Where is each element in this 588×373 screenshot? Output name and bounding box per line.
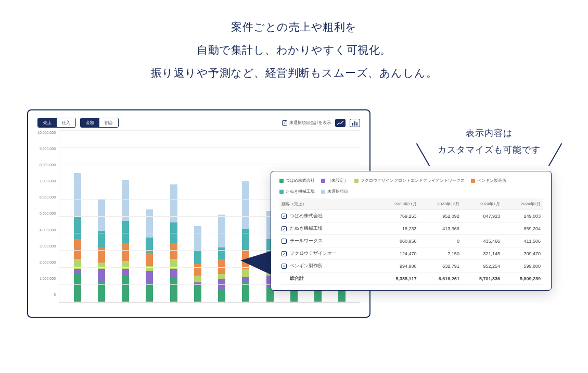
- cell-value: 321,145: [462, 247, 502, 260]
- total-value: 6,616,261: [419, 272, 462, 285]
- bar-segment: [194, 285, 201, 302]
- bar-segment: [146, 266, 153, 271]
- svg-rect-1: [354, 121, 355, 126]
- bar-segment: [218, 215, 225, 248]
- bar-segment: [194, 251, 201, 264]
- col-month: 2023年11月: [376, 198, 418, 210]
- headline-line-3: 振り返りや予測など、経営判断もスムーズ、あんしん。: [0, 61, 588, 84]
- cell-value: 994,906: [376, 260, 418, 272]
- legend-item: フクロウデザインフロントエンドクライアントワークス: [354, 178, 465, 183]
- y-tick: 8,000,000: [37, 163, 56, 167]
- bar-segment: [74, 216, 81, 240]
- row-checkbox[interactable]: [282, 251, 287, 256]
- stacked-bar[interactable]: [74, 173, 81, 302]
- col-customer: 顧客（売上）: [279, 198, 376, 210]
- row-name: つばめ株式会社: [290, 213, 323, 218]
- cell-value: 18,233: [376, 222, 418, 235]
- legend-item: （未設定）: [321, 178, 348, 183]
- bar-segment: [74, 239, 81, 259]
- bar-segment: [122, 243, 129, 261]
- y-axis: 10,000,0009,000,0008,000,0007,000,0006,0…: [37, 131, 59, 303]
- bar-segment: [170, 269, 177, 277]
- bar-segment: [122, 269, 129, 276]
- row-checkbox[interactable]: [282, 226, 287, 231]
- y-tick: 4,000,000: [37, 228, 56, 232]
- btn-sales[interactable]: 売上: [38, 118, 57, 127]
- legend-item: ペンギン製造所: [471, 178, 506, 183]
- toolbar: 売上 仕入 金額 割合 未選択項目合計を表示: [37, 118, 360, 128]
- btn-purchase[interactable]: 仕入: [57, 118, 75, 127]
- callout-pointer: [240, 250, 274, 276]
- legend: つばめ株式会社（未設定）フクロウデザインフロントエンドクライアントワークスペンギ…: [279, 178, 543, 194]
- col-month: 2023年12月: [419, 198, 462, 210]
- legend-label: たぬき機械工場: [286, 189, 315, 194]
- bar-segment: [122, 221, 129, 242]
- y-tick: 1,000,000: [37, 277, 56, 280]
- total-value: 5,809,239: [502, 272, 543, 285]
- table-row: ペンギン製作所994,906632,791952,254599,800: [279, 260, 543, 272]
- bar-segment: [74, 269, 81, 274]
- annotation-line-2: カスタマイズも可能です: [411, 142, 567, 158]
- cell-value: 411,506: [502, 235, 543, 247]
- bar-segment: [218, 247, 225, 259]
- headline: 案件ごとの売上や粗利を 自動で集計し、わかりやすく可視化。 振り返りや予測など、…: [0, 0, 588, 84]
- headline-line-2: 自動で集計し、わかりやすく可視化。: [0, 39, 588, 61]
- cell-value: 124,470: [376, 247, 418, 260]
- show-unselected-checkbox[interactable]: 未選択項目合計を表示: [282, 120, 331, 126]
- legend-swatch: [279, 190, 284, 194]
- cell-value: 847,923: [462, 210, 502, 222]
- legend-label: つばめ株式会社: [286, 178, 315, 183]
- stacked-bar[interactable]: [98, 200, 105, 302]
- bar-segment: [146, 284, 153, 302]
- bar-segment: [122, 276, 129, 302]
- row-name: たぬき機械工場: [290, 226, 323, 231]
- row-checkbox[interactable]: [282, 239, 287, 244]
- legend-label: （未設定）: [327, 178, 348, 183]
- bar-column: [90, 200, 113, 302]
- cell-value: 0: [419, 235, 462, 247]
- y-tick: 5,000,000: [37, 212, 56, 215]
- y-tick: 10,000,000: [37, 131, 56, 134]
- stacked-bar[interactable]: [146, 209, 153, 302]
- y-tick: 7,000,000: [37, 179, 56, 183]
- bar-segment: [98, 269, 105, 280]
- legend-label: ペンギン製造所: [477, 178, 506, 183]
- bar-segment: [218, 259, 225, 274]
- bar-segment: [98, 281, 105, 302]
- btn-ratio[interactable]: 割合: [99, 118, 118, 127]
- total-value: 5,335,117: [376, 272, 418, 285]
- table-row: つばめ株式会社769,253952,092847,923249,003: [279, 210, 543, 222]
- legend-swatch: [354, 179, 359, 183]
- bar-segment: [74, 274, 81, 302]
- stacked-bar[interactable]: [218, 215, 225, 303]
- cell-value: 599,800: [502, 260, 543, 272]
- bar-segment: [122, 180, 129, 221]
- bar-column: [186, 226, 210, 302]
- annotation-line-1: 表示内容は: [411, 125, 567, 142]
- show-unselected-label: 未選択項目合計を表示: [289, 120, 331, 126]
- btn-amount[interactable]: 金額: [81, 118, 99, 127]
- bar-column: [113, 180, 137, 302]
- bar-column: [210, 215, 234, 303]
- cell-value: 249,003: [502, 210, 543, 222]
- bar-chart-icon[interactable]: [350, 119, 360, 127]
- cell-value: 7,150: [419, 247, 462, 260]
- line-chart-icon[interactable]: [335, 119, 346, 127]
- row-checkbox[interactable]: [282, 214, 287, 219]
- data-table-card: つばめ株式会社（未設定）フクロウデザインフロントエンドクライアントワークスペンギ…: [271, 171, 552, 291]
- checkbox-icon: [282, 120, 287, 126]
- bar-segment: [194, 264, 201, 276]
- bar-segment: [242, 181, 249, 229]
- bar-segment: [170, 277, 177, 302]
- bar-segment: [242, 229, 249, 251]
- y-tick: 9,000,000: [37, 147, 56, 151]
- row-checkbox[interactable]: [282, 264, 287, 269]
- col-month: 2024年1月: [462, 198, 502, 210]
- cell-value: -: [462, 222, 502, 235]
- bar-segment: [218, 274, 225, 279]
- bar-segment: [242, 277, 249, 282]
- stacked-bar[interactable]: [122, 180, 129, 302]
- annotation: 表示内容は カスタマイズも可能です: [411, 125, 567, 159]
- stacked-bar[interactable]: [194, 226, 201, 302]
- bar-segment: [218, 289, 225, 302]
